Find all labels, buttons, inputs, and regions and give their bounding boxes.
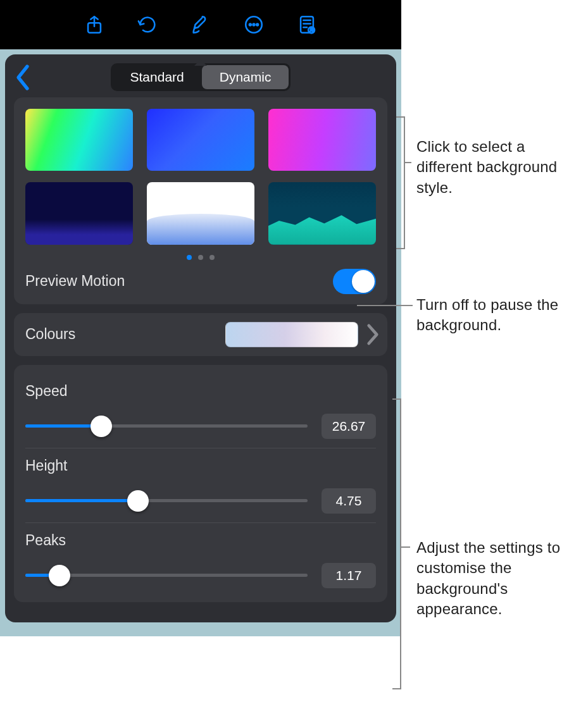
sheet-header: Standard Dynamic (14, 62, 387, 97)
page-dot-3[interactable] (209, 255, 215, 260)
format-brush-icon[interactable] (190, 14, 211, 35)
preview-motion-label: Preview Motion (25, 273, 125, 290)
back-chevron-icon[interactable] (14, 66, 32, 88)
sheet-backdrop: Standard Dynamic (0, 49, 401, 636)
height-slider[interactable] (25, 490, 308, 512)
height-group: Height 4.75 (25, 448, 376, 523)
callout-sliders: Adjust the settings to customise the bac… (405, 538, 570, 620)
callout-styles: Click to select a different background s… (405, 137, 570, 198)
callout-preview: Turn off to pause the background. (405, 295, 570, 336)
speed-slider[interactable] (25, 416, 308, 437)
device-frame: Standard Dynamic (0, 0, 401, 636)
format-sheet: Standard Dynamic (5, 54, 396, 622)
share-icon[interactable] (84, 14, 105, 35)
tab-standard[interactable]: Standard (113, 65, 202, 89)
height-fill (25, 499, 138, 502)
peaks-knob[interactable] (49, 565, 70, 586)
preview-motion-toggle[interactable] (333, 269, 376, 294)
speed-fill (25, 424, 101, 428)
background-thumbs-grid (25, 109, 376, 245)
bg-style-thumb-1[interactable] (25, 109, 133, 171)
page-dot-2[interactable] (198, 255, 203, 260)
speed-group: Speed 26.67 (25, 374, 376, 448)
undo-icon[interactable] (137, 14, 158, 35)
peaks-value[interactable]: 1.17 (322, 563, 376, 588)
tab-segmented-control: Standard Dynamic (111, 63, 291, 91)
speed-label: Speed (25, 383, 376, 400)
peaks-label: Peaks (25, 532, 376, 549)
colours-swatch[interactable] (225, 322, 358, 347)
tab-dynamic[interactable]: Dynamic (202, 65, 289, 89)
colours-label: Colours (25, 326, 218, 343)
sliders-card: Speed 26.67 Height (14, 365, 387, 602)
height-knob[interactable] (127, 490, 149, 512)
height-value[interactable]: 4.75 (322, 488, 376, 514)
chevron-right-icon[interactable] (366, 326, 380, 343)
speed-value[interactable]: 26.67 (322, 414, 376, 439)
peaks-group: Peaks 1.17 (25, 523, 376, 597)
callout-sliders-text: Adjust the settings to customise the bac… (405, 538, 570, 620)
callout-preview-text: Turn off to pause the background. (405, 295, 570, 336)
top-toolbar (0, 0, 401, 49)
bg-style-thumb-5[interactable] (147, 182, 254, 244)
height-label: Height (25, 457, 376, 474)
bg-style-thumb-6[interactable] (268, 182, 376, 244)
bg-style-thumb-4[interactable] (25, 182, 133, 244)
speed-knob[interactable] (91, 416, 112, 437)
page-dot-1[interactable] (187, 255, 192, 260)
preview-motion-row: Preview Motion (25, 260, 376, 294)
peaks-slider[interactable] (25, 565, 308, 586)
presenter-notes-icon[interactable] (296, 14, 318, 35)
svg-point-4 (256, 24, 258, 26)
colours-row[interactable]: Colours (14, 313, 387, 356)
bg-style-thumb-3[interactable] (268, 109, 376, 171)
svg-point-2 (249, 24, 251, 26)
svg-point-3 (253, 24, 255, 26)
background-styles-card: Preview Motion (14, 97, 387, 304)
bg-style-thumb-2[interactable] (147, 109, 254, 171)
more-icon[interactable] (243, 14, 265, 35)
page-dots[interactable] (25, 255, 376, 260)
callout-styles-text: Click to select a different background s… (405, 137, 570, 198)
